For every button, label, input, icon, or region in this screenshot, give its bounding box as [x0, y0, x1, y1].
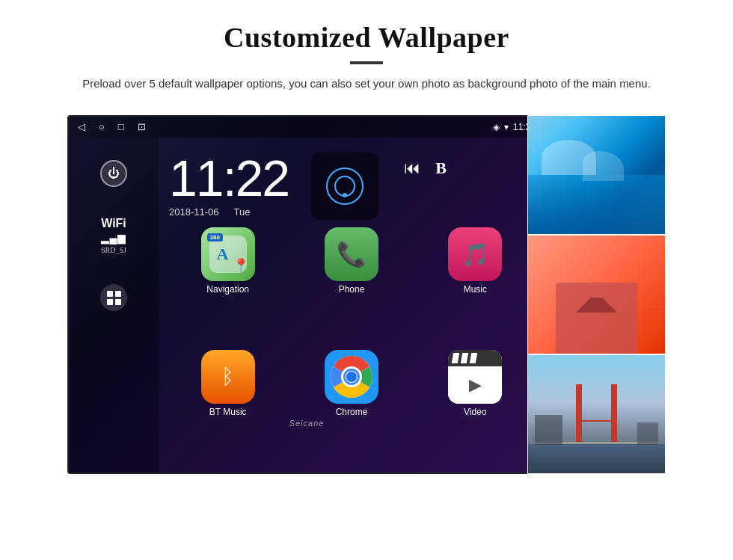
wallpaper-panel: [527, 115, 666, 474]
page-description: Preload over 5 default wallpaper options…: [60, 75, 673, 93]
media-controls: ⏮ B: [393, 153, 457, 178]
bluetooth-symbol: ᛒ: [221, 365, 234, 389]
navigation-icon: 280 📍 A: [201, 227, 255, 281]
nav-buttons: ◁ ○ □ ⊡: [78, 121, 146, 133]
phone-icon: 📞: [325, 227, 378, 281]
status-bar: ◁ ○ □ ⊡ ◈ ▾ 11:22: [69, 117, 545, 138]
phone-label: Phone: [339, 284, 365, 295]
play-icon: ▶: [469, 375, 482, 395]
app-item-video[interactable]: ▶ Video: [417, 350, 534, 467]
wifi-dot: [343, 193, 347, 197]
apps-button[interactable]: [100, 284, 127, 311]
wifi-widget-box: [311, 153, 378, 220]
main-area: 11:22 2018-11-06 Tue: [159, 138, 545, 473]
music-symbol: 🎵: [461, 241, 489, 268]
app-item-chrome[interactable]: Chrome: [292, 350, 410, 467]
location-icon: ◈: [493, 122, 500, 132]
sidebar: ⏻ WiFi ▂▄▆ SRD_SJ: [69, 138, 159, 473]
music-label: Music: [464, 284, 487, 295]
clock-time: 11:22: [169, 153, 289, 203]
day-value: Tue: [234, 206, 251, 218]
wifi-network: SRD_SJ: [101, 246, 127, 254]
watermark: Seicane: [289, 419, 325, 428]
video-icon: ▶: [448, 350, 502, 404]
video-label: Video: [464, 407, 486, 417]
clapper-top: [448, 350, 502, 366]
next-letter-icon: B: [435, 159, 447, 178]
wifi-status-icon: ▾: [504, 122, 509, 132]
btmusic-label: BT Music: [209, 407, 247, 417]
wifi-label: WiFi: [101, 217, 127, 230]
prev-track-icon[interactable]: ⏮: [404, 159, 420, 178]
page-title: Customized Wallpaper: [60, 21, 673, 54]
wallpaper-thumb-house[interactable]: [527, 235, 666, 354]
wifi-widget: WiFi ▂▄▆ SRD_SJ: [101, 217, 127, 254]
power-button[interactable]: ⏻: [100, 160, 127, 187]
title-divider: [350, 61, 383, 64]
wallpaper-thumb-ice[interactable]: [527, 115, 666, 235]
clock-display: 11:22 2018-11-06 Tue: [169, 153, 289, 218]
page-container: Customized Wallpaper Preload over 5 defa…: [0, 0, 733, 560]
android-screen: ◁ ○ □ ⊡ ◈ ▾ 11:22 ⏻: [67, 115, 546, 474]
app-item-music[interactable]: 🎵 Music: [417, 227, 534, 344]
wifi-circle-icon: [326, 167, 364, 205]
app-item-phone[interactable]: 📞 Phone: [292, 227, 410, 344]
app-grid: 280 📍 A Navigation 📞: [159, 220, 545, 473]
navigation-label: Navigation: [206, 284, 249, 295]
chrome-label: Chrome: [336, 407, 368, 417]
screenshot-button[interactable]: ⊡: [138, 121, 146, 133]
chrome-svg: [325, 350, 378, 404]
svg-point-5: [346, 372, 357, 382]
app-item-btmusic[interactable]: ᛒ BT Music: [169, 350, 286, 467]
btmusic-icon: ᛒ: [201, 350, 255, 404]
recents-button[interactable]: □: [118, 121, 124, 133]
power-icon: ⏻: [108, 167, 120, 180]
clock-top: 11:22 2018-11-06 Tue: [159, 145, 545, 220]
apps-grid-icon: [107, 291, 121, 305]
music-icon: 🎵: [448, 227, 502, 281]
home-button[interactable]: ○: [99, 121, 105, 133]
clock-date: 2018-11-06 Tue: [169, 206, 289, 218]
date-value: 2018-11-06: [169, 206, 219, 218]
header-section: Customized Wallpaper Preload over 5 defa…: [0, 0, 733, 102]
device-wrapper: ◁ ○ □ ⊡ ◈ ▾ 11:22 ⏻: [67, 115, 666, 511]
wifi-bars: ▂▄▆: [101, 232, 127, 244]
app-item-navigation[interactable]: 280 📍 A Navigation: [169, 227, 286, 344]
wallpaper-thumb-bridge[interactable]: [527, 354, 666, 474]
phone-symbol: 📞: [337, 240, 366, 268]
clapper-bottom: ▶: [448, 366, 502, 404]
chrome-icon: [325, 350, 378, 404]
back-button[interactable]: ◁: [78, 121, 85, 133]
